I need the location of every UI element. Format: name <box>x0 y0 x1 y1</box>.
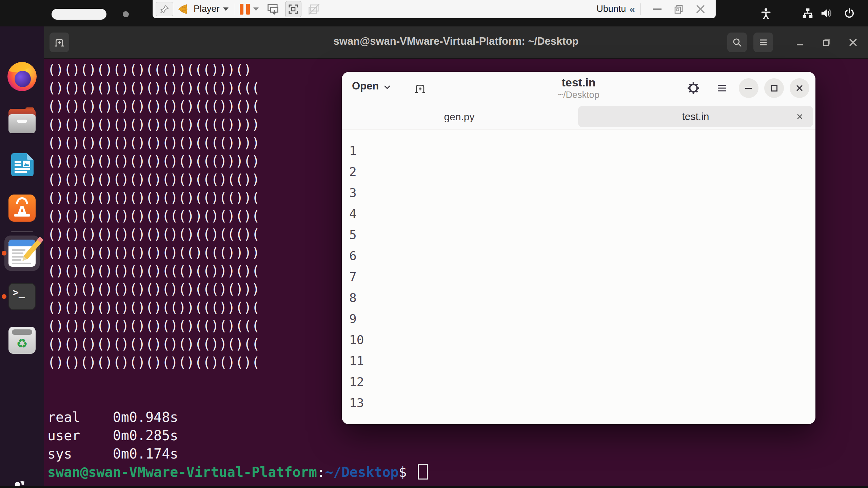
files-icon[interactable] <box>8 107 36 135</box>
tab-label: gen.py <box>444 111 474 123</box>
workspace-indicator-active[interactable] <box>52 9 106 20</box>
terminal-restore-button[interactable] <box>821 37 832 48</box>
text-editor-icon[interactable] <box>8 240 36 267</box>
prompt-colon: : <box>317 464 325 480</box>
text-editor-running-dot <box>2 251 6 256</box>
power-icon[interactable] <box>843 7 856 20</box>
dock: A >_ ♻ <box>0 26 44 486</box>
workspace-indicator-secondary[interactable] <box>123 11 129 17</box>
settings-gear-button[interactable] <box>686 81 701 95</box>
terminal-running-dot <box>2 294 6 299</box>
close-icon <box>796 113 804 121</box>
terminal-search-button[interactable] <box>727 33 747 52</box>
volume-icon[interactable] <box>820 7 833 20</box>
vmware-logo-icon <box>177 3 190 16</box>
pin-toolbar-button[interactable] <box>156 2 173 16</box>
tab-label: test.in <box>682 111 709 122</box>
prompt-user-host: swan@swan-VMware-Virtual-Platform <box>47 464 317 480</box>
app-center-icon[interactable]: A <box>8 195 36 222</box>
toolbar-separator <box>234 3 234 15</box>
collapse-toolbar-button[interactable]: « <box>629 3 635 15</box>
terminal-cursor <box>418 464 428 480</box>
close-icon <box>695 3 706 15</box>
dock-separator <box>11 231 33 232</box>
terminal-menu-button[interactable] <box>753 33 773 52</box>
terminal-prompt: swan@swan-VMware-Virtual-Platform:~/Desk… <box>47 463 428 481</box>
fullscreen-button[interactable] <box>285 1 301 17</box>
terminal-minimize-button[interactable] <box>794 37 806 48</box>
pause-menu-caret-icon[interactable] <box>253 7 259 11</box>
tab-gen-py[interactable]: gen.py <box>342 104 577 129</box>
editor-maximize-button[interactable] <box>764 78 784 98</box>
fullscreen-icon <box>288 4 299 15</box>
libreoffice-writer-icon[interactable] <box>8 151 36 178</box>
toolbar-separator <box>640 3 641 15</box>
vmware-toolbar: Player Ubuntu « <box>153 0 716 18</box>
editor-menu-button[interactable] <box>715 82 728 95</box>
terminal-icon[interactable]: >_ <box>8 283 36 310</box>
text-editor-window: Open test.in ~/Desktop <box>342 72 815 424</box>
accessibility-icon[interactable] <box>760 7 772 20</box>
vm-close-button[interactable] <box>690 3 711 15</box>
pause-vm-button[interactable] <box>240 4 250 15</box>
editor-headerbar[interactable]: Open test.in ~/Desktop <box>342 72 815 104</box>
player-menu-caret-icon[interactable] <box>223 7 229 11</box>
tab-test-in[interactable]: test.in <box>578 106 813 127</box>
editor-minimize-button[interactable] <box>739 78 758 98</box>
vm-minimize-button[interactable] <box>646 8 668 10</box>
search-icon <box>732 37 743 48</box>
prompt-dollar: $ <box>399 464 407 480</box>
editor-close-button[interactable] <box>790 78 809 98</box>
unity-disabled-icon <box>308 3 320 16</box>
screen-bottom-edge <box>0 486 868 488</box>
hamburger-menu-icon <box>758 37 768 47</box>
send-to-monitor-icon[interactable] <box>266 2 280 16</box>
prompt-path: ~/Desktop <box>325 464 399 480</box>
restore-icon <box>674 4 684 14</box>
editor-file-content: 1 2 3 4 5 6 7 8 9 10 11 12 13 <box>349 140 364 413</box>
editor-tab-bar: gen.py test.in <box>342 104 815 129</box>
network-icon[interactable] <box>801 7 814 20</box>
firefox-icon[interactable] <box>7 62 37 91</box>
terminal-close-button[interactable] <box>847 37 859 48</box>
vm-restore-button[interactable] <box>668 4 690 14</box>
vm-name-label: Ubuntu <box>596 4 626 14</box>
terminal-output: ()()()()()()((())((()))() ()()()()()()()… <box>47 60 260 463</box>
trash-icon[interactable]: ♻ <box>8 327 36 354</box>
editor-content-area[interactable]: 1 2 3 4 5 6 7 8 9 10 11 12 13 <box>342 129 815 424</box>
player-menu[interactable]: Player <box>194 4 220 14</box>
close-icon <box>795 84 804 93</box>
pin-icon <box>159 4 170 14</box>
tab-close-button[interactable] <box>794 111 806 122</box>
terminal-titlebar[interactable]: swan@swan-VMware-Virtual-Platform: ~/Des… <box>44 26 868 58</box>
